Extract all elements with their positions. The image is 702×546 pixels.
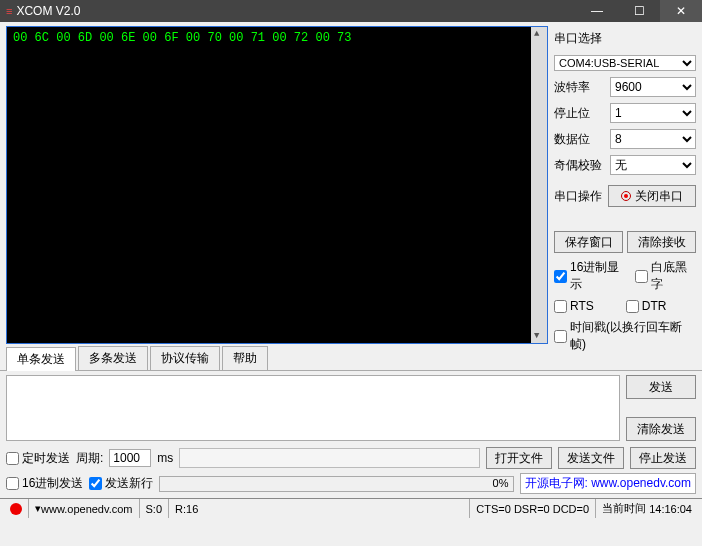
period-input[interactable] xyxy=(109,449,151,467)
stop-select[interactable]: 1 xyxy=(610,103,696,123)
send-newline-check[interactable]: 发送新行 xyxy=(89,475,153,492)
status-indicator-icon xyxy=(10,503,22,515)
send-file-button[interactable]: 发送文件 xyxy=(558,447,624,469)
send-button[interactable]: 发送 xyxy=(626,375,696,399)
send-input[interactable] xyxy=(6,375,620,441)
status-time: 当前时间 14:16:04 xyxy=(596,499,698,518)
status-lines: CTS=0 DSR=0 DCD=0 xyxy=(470,499,596,518)
period-unit: ms xyxy=(157,451,173,465)
port-toggle-button[interactable]: 关闭串口 xyxy=(608,185,696,207)
maximize-button[interactable]: ☐ xyxy=(618,0,660,22)
dtr-check[interactable]: DTR xyxy=(626,299,667,313)
stop-send-button[interactable]: 停止发送 xyxy=(630,447,696,469)
parity-label: 奇偶校验 xyxy=(554,157,606,174)
minimize-button[interactable]: — xyxy=(576,0,618,22)
window-title: XCOM V2.0 xyxy=(16,4,576,18)
status-sent: S:0 xyxy=(140,499,170,518)
save-window-button[interactable]: 保存窗口 xyxy=(554,231,623,253)
white-bg-check[interactable]: 白底黑字 xyxy=(635,259,696,293)
stop-label: 停止位 xyxy=(554,105,606,122)
period-label: 周期: xyxy=(76,450,103,467)
baud-select[interactable]: 9600 xyxy=(610,77,696,97)
data-label: 数据位 xyxy=(554,131,606,148)
hex-send-check[interactable]: 16进制发送 xyxy=(6,475,83,492)
clear-send-button[interactable]: 清除发送 xyxy=(626,417,696,441)
status-received: R:16 xyxy=(169,499,470,518)
receive-terminal[interactable]: 00 6C 00 6D 00 6E 00 6F 00 70 00 71 00 7… xyxy=(6,26,548,344)
terminal-scrollbar[interactable] xyxy=(531,27,547,343)
data-select[interactable]: 8 xyxy=(610,129,696,149)
rts-check[interactable]: RTS xyxy=(554,299,594,313)
port-select[interactable]: COM4:USB-SERIAL xyxy=(554,55,696,71)
status-url[interactable]: ▾ www.openedv.com xyxy=(29,499,140,518)
tab-protocol[interactable]: 协议传输 xyxy=(150,346,220,370)
open-file-button[interactable]: 打开文件 xyxy=(486,447,552,469)
port-select-label: 串口选择 xyxy=(554,30,696,47)
timed-send-check[interactable]: 定时发送 xyxy=(6,450,70,467)
record-icon xyxy=(621,191,631,201)
timestamp-check[interactable]: 时间戳(以换行回车断帧) xyxy=(554,319,696,353)
tab-help[interactable]: 帮助 xyxy=(222,346,268,370)
baud-label: 波特率 xyxy=(554,79,606,96)
progress-bar: 0% xyxy=(159,476,513,492)
portop-label: 串口操作 xyxy=(554,188,602,205)
terminal-output: 00 6C 00 6D 00 6E 00 6F 00 70 00 71 00 7… xyxy=(13,31,351,45)
hex-display-check[interactable]: 16进制显示 xyxy=(554,259,627,293)
file-path-box[interactable] xyxy=(179,448,480,468)
app-icon: ≡ xyxy=(6,5,12,17)
close-button[interactable]: ✕ xyxy=(660,0,702,22)
link-box[interactable]: 开源电子网: www.openedv.com xyxy=(520,473,697,494)
tab-multi-send[interactable]: 多条发送 xyxy=(78,346,148,370)
parity-select[interactable]: 无 xyxy=(610,155,696,175)
clear-receive-button[interactable]: 清除接收 xyxy=(627,231,696,253)
tab-single-send[interactable]: 单条发送 xyxy=(6,347,76,371)
